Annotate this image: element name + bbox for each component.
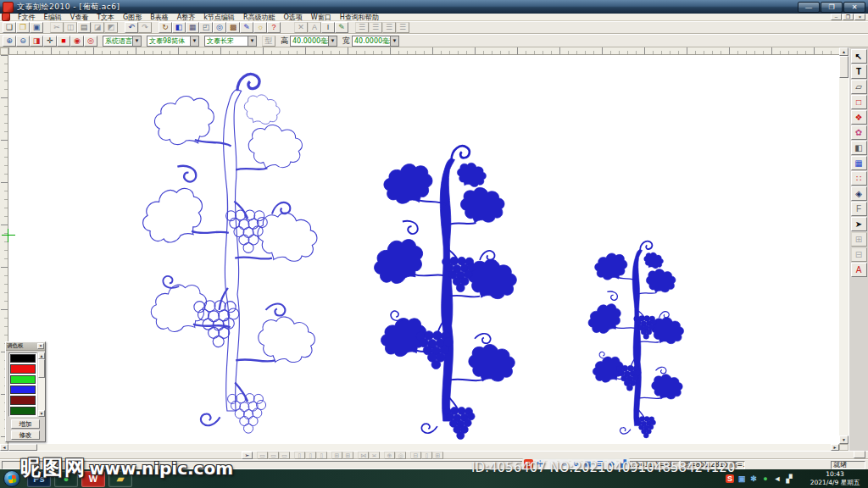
menu-node-edit[interactable]: k节点编辑 <box>199 14 239 21</box>
vine-outline[interactable] <box>134 75 320 434</box>
maximize-button[interactable]: ❐ <box>821 2 843 13</box>
scroll-left-icon[interactable]: ◄ <box>0 444 8 451</box>
palette-title-bar[interactable]: 调色板 × <box>6 342 45 351</box>
table-tool[interactable]: ▦ <box>851 156 867 170</box>
align-right-icon[interactable]: ☰ <box>382 22 396 33</box>
height-combo[interactable]: 40.0000毫米 ▼ <box>290 36 337 47</box>
minimize-button[interactable]: — <box>798 2 820 13</box>
close-icon[interactable]: × <box>37 343 44 349</box>
menu-align[interactable]: A整齐 <box>173 14 199 21</box>
same-width-icon[interactable]: ⊞ <box>331 452 342 459</box>
fill-color-icon[interactable]: ■ <box>57 36 70 47</box>
color-tool[interactable]: ∷ <box>851 171 867 186</box>
import-image-icon[interactable]: ▩ <box>226 22 240 33</box>
f-tool[interactable]: F <box>851 202 867 216</box>
menu-options[interactable]: O选项 <box>279 14 306 21</box>
weld-tool[interactable]: ⊞ <box>851 232 867 247</box>
chevron-down-icon[interactable]: ▼ <box>390 36 398 46</box>
copy-icon[interactable]: ◫ <box>64 22 77 33</box>
tray-app2-icon[interactable]: ✻ <box>749 474 758 483</box>
start-button[interactable] <box>3 470 20 487</box>
menu-file[interactable]: F文件 <box>14 14 40 21</box>
center-page-icon[interactable]: ⊕ <box>384 452 395 459</box>
paste-icon[interactable]: ▤ <box>77 22 91 33</box>
align-vcenter-obj-icon[interactable]: ▯ <box>305 452 316 459</box>
width-combo[interactable]: 40.0000毫米 ▼ <box>352 36 399 47</box>
zoom-selected-icon[interactable]: ◉ <box>70 36 84 47</box>
palette-modify-button[interactable]: 修改 <box>11 430 40 440</box>
palette-scrollbar[interactable]: ▲ ▼ <box>38 352 45 417</box>
edit-text-icon[interactable]: ✎ <box>335 22 348 33</box>
font-combo[interactable]: 文泰98简体 ▼ <box>147 36 199 47</box>
group-size-icon[interactable]: ⊞ <box>432 452 443 459</box>
redo-icon[interactable]: ↷ <box>138 22 152 33</box>
shape-tool[interactable]: ❖ <box>851 110 867 125</box>
cut-icon[interactable]: ✂ <box>50 22 64 33</box>
scroll-down-icon[interactable]: ▼ <box>38 410 45 417</box>
zoom-in-icon[interactable]: ⊕ <box>3 36 16 47</box>
mirror-v-icon[interactable]: ≍ <box>369 452 380 459</box>
swatch-green[interactable] <box>10 375 36 384</box>
save-file-icon[interactable]: ▣ <box>30 22 43 33</box>
space-h-icon[interactable]: ⊟ <box>410 452 421 459</box>
vine-filled-small[interactable] <box>583 241 686 438</box>
pen-icon[interactable]: ✎ <box>240 22 253 33</box>
chevron-down-icon[interactable]: ▼ <box>328 36 337 46</box>
align-hcenter-obj-icon[interactable]: ▭ <box>268 452 279 459</box>
taskbar-clock[interactable]: 10:43 2021/4/9 星期五 <box>807 470 863 487</box>
close-button[interactable]: ✕ <box>843 2 865 13</box>
help-icon[interactable]: ? <box>267 22 281 33</box>
align-left-icon[interactable]: ☰ <box>355 22 369 33</box>
open-file-icon[interactable]: ❐ <box>16 22 30 33</box>
vscroll-thumb[interactable] <box>839 56 849 78</box>
menu-view[interactable]: V查看 <box>66 14 92 21</box>
menu-window[interactable]: W窗口 <box>307 14 336 21</box>
align-right-obj-icon[interactable]: ▭ <box>279 452 290 459</box>
italic-icon[interactable]: I <box>321 22 335 33</box>
clipart-tool[interactable]: ✿ <box>851 125 867 140</box>
zoom-out-icon[interactable]: ⊖ <box>16 36 30 47</box>
swatch-dark-green[interactable] <box>10 407 36 415</box>
undo-icon[interactable]: ↶ <box>125 22 138 33</box>
repeat-icon[interactable]: ◩ <box>104 22 118 33</box>
kern-tool[interactable]: A <box>851 263 867 277</box>
menu-advanced[interactable]: R高级功能 <box>239 14 280 21</box>
swatch-dark-red[interactable] <box>10 396 36 404</box>
chevron-down-icon[interactable]: ▼ <box>132 36 141 46</box>
language-combo[interactable]: 系统语言 ▼ <box>103 36 142 47</box>
chevron-down-icon[interactable]: ▼ <box>190 36 198 46</box>
hscroll-thumb[interactable] <box>8 444 37 451</box>
print-preview-icon[interactable]: ◰ <box>199 22 213 33</box>
tray-wechat-icon[interactable]: ● <box>761 474 770 483</box>
swap-colors-icon[interactable]: ◨ <box>30 36 43 47</box>
font-attr-icon[interactable]: A <box>308 22 321 33</box>
center-obj-icon[interactable]: ◎ <box>395 452 406 459</box>
child-minimize-button[interactable]: – <box>831 14 842 20</box>
menu-table[interactable]: B表格 <box>146 14 173 21</box>
space-v-icon[interactable]: ▯ <box>421 452 432 459</box>
rotate-icon[interactable]: ↻ <box>159 22 172 33</box>
same-height-icon[interactable]: ⊞ <box>342 452 353 459</box>
child-restore-button[interactable]: ❐ <box>843 14 854 20</box>
align-center-icon[interactable]: ☰ <box>369 22 382 33</box>
menu-text[interactable]: T文本 <box>92 14 119 21</box>
fill-tool[interactable]: ◈ <box>851 186 867 201</box>
swatch-black[interactable] <box>10 354 36 363</box>
scroll-right-icon[interactable]: ► <box>831 444 839 451</box>
align-top-obj-icon[interactable]: ▯ <box>294 452 305 459</box>
tray-sogou-icon[interactable]: S <box>726 474 734 483</box>
scroll-up-icon[interactable]: ▲ <box>839 47 849 56</box>
rect-tool[interactable]: □ <box>851 95 867 109</box>
trim-tool[interactable]: ⊟ <box>851 247 867 262</box>
vine-filled-large[interactable] <box>367 146 520 439</box>
tray-app1-icon[interactable]: ▣ <box>737 474 746 483</box>
swatch-red[interactable] <box>10 364 36 373</box>
swatch-blue[interactable] <box>10 385 36 394</box>
mirror-h-icon[interactable]: ⋈ <box>358 452 369 459</box>
chevron-down-icon[interactable]: ▼ <box>248 36 256 46</box>
mirror-text-icon[interactable]: ✕ <box>294 22 308 33</box>
flip-icon[interactable]: ◧ <box>172 22 186 33</box>
paste-format-icon[interactable]: ◪ <box>91 22 104 33</box>
text-tool[interactable]: T <box>851 64 867 79</box>
palette-add-button[interactable]: 增加 <box>11 419 40 429</box>
